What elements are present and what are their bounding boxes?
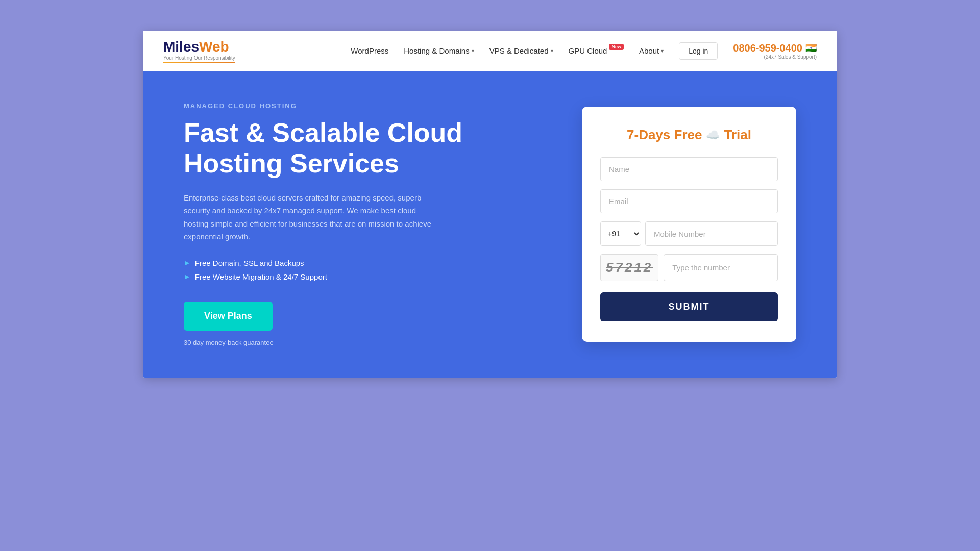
chevron-down-icon: ▾ [661, 48, 664, 54]
nav-item-vps[interactable]: VPS & Dedicated ▾ [489, 46, 553, 55]
nav-item-about[interactable]: About ▾ [639, 46, 664, 55]
nav-item-hosting[interactable]: Hosting & Domains ▾ [404, 46, 474, 55]
logo-text: MilesWeb [163, 39, 235, 55]
view-plans-button[interactable]: View Plans [184, 302, 273, 331]
guarantee-text: 30 day money-back guarantee [184, 339, 274, 346]
submit-button[interactable]: SUBMIT [600, 292, 778, 321]
email-input[interactable] [600, 189, 778, 213]
nav-item-wordpress[interactable]: WordPress [351, 46, 388, 55]
flag-icon: 🇮🇳 [805, 42, 817, 54]
logo-miles: Miles [163, 39, 199, 55]
country-code-select[interactable]: +91 [600, 221, 641, 246]
chevron-down-icon: ▾ [551, 48, 553, 54]
logo-tagline: Your Hosting Our Responsibility [163, 55, 235, 61]
new-badge: New [609, 44, 624, 50]
main-nav: WordPress Hosting & Domains ▾ VPS & Dedi… [351, 42, 817, 60]
hero-label: MANAGED CLOUD HOSTING [184, 102, 490, 110]
email-field-group [600, 189, 778, 213]
hero-title: Fast & Scalable Cloud Hosting Services [184, 118, 490, 179]
trial-form-card: 7-Days Free ☁️ Trial +91 57212 [582, 107, 796, 342]
feature-2: ► Free Website Migration & 24/7 Support [184, 272, 490, 281]
arrow-icon: ► [184, 272, 191, 281]
login-button[interactable]: Log in [679, 42, 718, 60]
phone-area: 0806-959-0400 🇮🇳 (24x7 Sales & Support) [733, 42, 817, 60]
logo-web: Web [199, 39, 229, 55]
hero-description: Enterprise-class best cloud servers craf… [184, 191, 439, 243]
name-input[interactable] [600, 157, 778, 181]
feature-1: ► Free Domain, SSL and Backups [184, 259, 490, 267]
hero-features: ► Free Domain, SSL and Backups ► Free We… [184, 259, 490, 281]
header: MilesWeb Your Hosting Our Responsibility… [143, 31, 837, 71]
cta-area: View Plans 30 day money-back guarantee [184, 302, 490, 347]
phone-support: (24x7 Sales & Support) [733, 54, 817, 60]
nav-item-gpu[interactable]: GPU Cloud New [569, 46, 624, 55]
captcha-input[interactable] [664, 254, 778, 281]
logo: MilesWeb Your Hosting Our Responsibility [163, 39, 235, 63]
hero-content: MANAGED CLOUD HOSTING Fast & Scalable Cl… [184, 102, 490, 347]
phone-number: 0806-959-0400 🇮🇳 [733, 42, 817, 54]
form-title: 7-Days Free ☁️ Trial [600, 127, 778, 143]
hero-section: MANAGED CLOUD HOSTING Fast & Scalable Cl… [143, 71, 837, 378]
logo-underline [163, 62, 235, 63]
phone-field-group: +91 [600, 221, 778, 246]
cloud-icon: ☁️ [706, 129, 720, 142]
arrow-icon: ► [184, 259, 191, 267]
name-field-group [600, 157, 778, 181]
chevron-down-icon: ▾ [472, 48, 474, 54]
captcha-group: 57212 [600, 254, 778, 281]
captcha-display: 57212 [600, 254, 658, 281]
mobile-input[interactable] [645, 221, 778, 246]
page-wrapper: MilesWeb Your Hosting Our Responsibility… [143, 31, 837, 378]
